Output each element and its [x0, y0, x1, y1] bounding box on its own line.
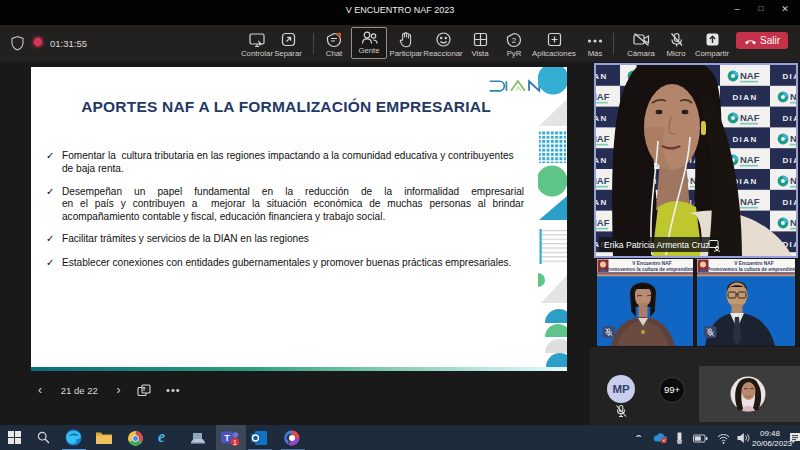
- svg-text:V Encuentro NAF: V Encuentro NAF: [632, 261, 672, 266]
- svg-text:Promovemos la cultura de empre: Promovemos la cultura de emprendimien: [707, 267, 795, 272]
- svg-text:Erika Patricia Armenta Cruz: Erika Patricia Armenta Cruz: [604, 240, 710, 250]
- svg-text:Promovemos la cultura de empre: Promovemos la cultura de emprendimien: [605, 267, 693, 272]
- svg-text:2: 2: [512, 36, 517, 45]
- svg-text:T: T: [224, 433, 230, 443]
- svg-text:1: 1: [233, 439, 237, 446]
- svg-text:V Encuentro NAF: V Encuentro NAF: [734, 261, 774, 266]
